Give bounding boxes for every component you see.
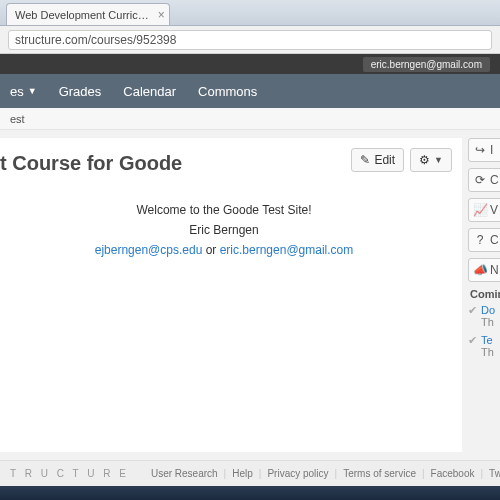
nav-label: Grades bbox=[59, 84, 102, 99]
user-email-pill[interactable]: eric.berngen@gmail.com bbox=[363, 57, 490, 72]
breadcrumb-text: est bbox=[10, 113, 25, 125]
footer-link[interactable]: Twitter bbox=[489, 468, 500, 479]
check-icon: ✔ bbox=[468, 334, 477, 358]
feed-sub: Th bbox=[481, 316, 495, 328]
welcome-block: Welcome to the Goode Test Site! Eric Ber… bbox=[0, 203, 448, 257]
footer-link[interactable]: Privacy policy bbox=[267, 468, 328, 479]
browser-tab-strip: Web Development Curric… × bbox=[0, 0, 500, 26]
footer-link[interactable]: Help bbox=[232, 468, 253, 479]
url-text: structure.com/courses/952398 bbox=[15, 33, 176, 47]
chevron-down-icon: ▼ bbox=[28, 86, 37, 96]
nav-item-grades[interactable]: Grades bbox=[59, 84, 102, 99]
os-taskbar bbox=[0, 486, 500, 500]
check-icon: ✔ bbox=[468, 304, 477, 328]
browser-tab[interactable]: Web Development Curric… × bbox=[6, 3, 170, 25]
feed-title: Do bbox=[481, 304, 495, 316]
close-icon[interactable]: × bbox=[158, 8, 165, 22]
footer-link[interactable]: Terms of service bbox=[343, 468, 416, 479]
sidebar-btn-4[interactable]: 📣N bbox=[468, 258, 500, 282]
tab-title: Web Development Curric… bbox=[15, 9, 149, 21]
sidebar-btn-0[interactable]: ↪I bbox=[468, 138, 500, 162]
pencil-icon: ✎ bbox=[360, 153, 370, 167]
nav-item-commons[interactable]: Commons bbox=[198, 84, 257, 99]
sidebar-btn-2[interactable]: 📈V bbox=[468, 198, 500, 222]
import-icon: ↪ bbox=[473, 143, 487, 157]
sidebar-btn-label: I bbox=[490, 143, 493, 157]
footer-link[interactable]: Facebook bbox=[431, 468, 475, 479]
main-nav: es ▼ Grades Calendar Commons bbox=[0, 74, 500, 108]
settings-button[interactable]: ⚙ ▼ bbox=[410, 148, 452, 172]
contact-line: ejberngen@cps.edu or eric.berngen@gmail.… bbox=[0, 243, 448, 257]
refresh-icon: ⟳ bbox=[473, 173, 487, 187]
sidebar-btn-label: N bbox=[490, 263, 499, 277]
email-link-2[interactable]: eric.berngen@gmail.com bbox=[220, 243, 354, 257]
stats-icon: 📈 bbox=[473, 203, 487, 217]
footer: T R U C T U R E User Research| Help| Pri… bbox=[0, 460, 500, 486]
announce-icon: 📣 bbox=[473, 263, 487, 277]
feed-sub: Th bbox=[481, 346, 494, 358]
sidebar-btn-label: C bbox=[490, 233, 499, 247]
breadcrumb: est bbox=[0, 108, 500, 130]
nav-item-courses[interactable]: es ▼ bbox=[10, 84, 37, 99]
coming-up-header: Comin bbox=[470, 288, 500, 300]
sidebar-btn-3[interactable]: ?C bbox=[468, 228, 500, 252]
or-text: or bbox=[202, 243, 219, 257]
chevron-down-icon: ▼ bbox=[434, 155, 443, 165]
sidebar-btn-label: V bbox=[490, 203, 498, 217]
welcome-line: Welcome to the Goode Test Site! bbox=[0, 203, 448, 217]
user-strip: eric.berngen@gmail.com bbox=[0, 54, 500, 74]
feed-item[interactable]: ✔ Do Th bbox=[468, 304, 500, 328]
nav-item-calendar[interactable]: Calendar bbox=[123, 84, 176, 99]
feed-item[interactable]: ✔ Te Th bbox=[468, 334, 500, 358]
gear-icon: ⚙ bbox=[419, 153, 430, 167]
brand-text: T R U C T U R E bbox=[10, 468, 129, 479]
nav-label: Commons bbox=[198, 84, 257, 99]
course-home-card: ✎ Edit ⚙ ▼ t Course for Goode Welcome to… bbox=[0, 138, 462, 452]
url-input[interactable]: structure.com/courses/952398 bbox=[8, 30, 492, 50]
user-email: eric.berngen@gmail.com bbox=[371, 59, 482, 70]
email-link-1[interactable]: ejberngen@cps.edu bbox=[95, 243, 203, 257]
help-icon: ? bbox=[473, 233, 487, 247]
nav-label: Calendar bbox=[123, 84, 176, 99]
edit-label: Edit bbox=[374, 153, 395, 167]
author-line: Eric Berngen bbox=[0, 223, 448, 237]
sidebar-btn-1[interactable]: ⟳C bbox=[468, 168, 500, 192]
footer-link[interactable]: User Research bbox=[151, 468, 218, 479]
sidebar-btn-label: C bbox=[490, 173, 499, 187]
nav-label: es bbox=[10, 84, 24, 99]
right-sidebar: ↪I ⟳C 📈V ?C 📣N Comin ✔ Do Th ✔ Te Th bbox=[462, 130, 500, 460]
feed-title: Te bbox=[481, 334, 494, 346]
edit-button[interactable]: ✎ Edit bbox=[351, 148, 404, 172]
address-bar: structure.com/courses/952398 bbox=[0, 26, 500, 54]
